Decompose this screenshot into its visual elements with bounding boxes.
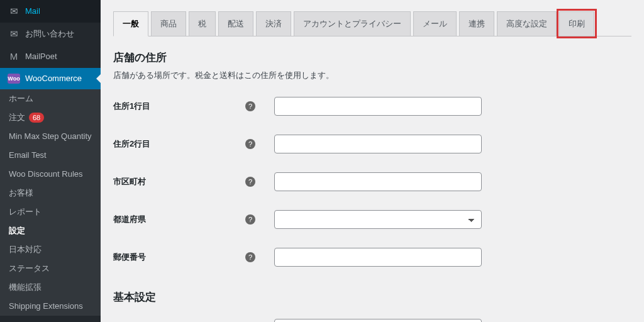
help-icon[interactable]: ?	[245, 139, 255, 149]
section-title-address: 店舗の住所	[113, 50, 631, 65]
form-row: 販売を展開する地域?	[113, 309, 631, 322]
tab-7[interactable]: 連携	[459, 11, 494, 36]
sidebar-item-label: WooCommerce	[25, 73, 82, 84]
sidebar-subitem-label: Shipping Extensions	[9, 301, 83, 311]
tab-1[interactable]: 商品	[151, 11, 186, 36]
sidebar-subitem[interactable]: Shipping Extensions	[0, 297, 101, 316]
field-label: 郵便番号	[113, 238, 239, 276]
sidebar-subitem[interactable]: 注文68	[0, 108, 101, 127]
sidebar-subitem[interactable]: ステータス	[0, 259, 101, 278]
sidebar-subitem[interactable]: 日本対応	[0, 240, 101, 259]
form-row: 郵便番号?	[113, 238, 631, 276]
text-input[interactable]	[274, 97, 482, 116]
menu-icon: ✉	[8, 28, 20, 40]
sidebar-subitem[interactable]: Min Max Step Quantity	[0, 127, 101, 146]
sidebar-item-label: Mail	[25, 6, 40, 17]
tab-6[interactable]: メール	[413, 11, 457, 36]
form-row: 市区町村?	[113, 163, 631, 201]
tab-2[interactable]: 税	[189, 11, 216, 36]
sidebar-item[interactable]: MMailPoet	[0, 45, 101, 68]
tab-5[interactable]: アカウントとプライバシー	[294, 11, 411, 36]
form-row: 住所2行目?	[113, 125, 631, 163]
sidebar-subitem-label: レポート	[9, 207, 42, 216]
sidebar-subitem[interactable]: お客様	[0, 184, 101, 203]
main-content: 一般商品税配送決済アカウントとプライバシーメール連携高度な設定印刷 店舗の住所 …	[101, 0, 644, 322]
sidebar-subitem-label: ステータス	[9, 264, 50, 273]
sidebar-subitem-label: Min Max Step Quantity	[9, 131, 92, 141]
sidebar-subitem-label: Email Test	[9, 150, 47, 160]
tab-9[interactable]: 印刷	[559, 11, 594, 36]
field-label: 市区町村	[113, 163, 239, 201]
sidebar-item-label: MailPoet	[25, 51, 57, 62]
sidebar-subitem[interactable]: 設定	[0, 221, 101, 240]
text-input[interactable]	[274, 172, 482, 191]
form-row: 都道府県?	[113, 201, 631, 238]
sidebar-item[interactable]: ▦商品	[0, 316, 101, 322]
menu-icon: ✉	[8, 5, 20, 18]
sidebar-subitem-label: 日本対応	[9, 245, 42, 254]
sidebar-subitem-label: 機能拡張	[9, 282, 42, 292]
sidebar-item-woocommerce[interactable]: Woo WooCommerce	[0, 68, 101, 89]
admin-sidebar: ✉Mail✉お問い合わせMMailPoet Woo WooCommerce ホー…	[0, 0, 101, 322]
text-input[interactable]	[274, 135, 482, 153]
woocommerce-icon: Woo	[8, 74, 20, 84]
sidebar-subitem-label: ホーム	[9, 94, 33, 103]
sidebar-subitem-label: 設定	[9, 226, 25, 235]
tab-4[interactable]: 決済	[256, 11, 291, 36]
tab-3[interactable]: 配送	[218, 11, 253, 36]
section-desc-address: 店舗がある場所です。税金と送料はこの住所を使用します。	[113, 70, 631, 81]
field-label: 住所2行目	[113, 125, 239, 163]
section-title-basic: 基本設定	[113, 290, 631, 304]
tab-0[interactable]: 一般	[113, 11, 148, 36]
sidebar-subitem[interactable]: Email Test	[0, 146, 101, 165]
sidebar-subitem[interactable]: Woo Discount Rules	[0, 165, 101, 184]
basic-form: 販売を展開する地域?	[113, 309, 631, 322]
sidebar-subitem[interactable]: レポート	[0, 203, 101, 221]
help-icon[interactable]: ?	[245, 252, 255, 262]
sidebar-subitem-label: Woo Discount Rules	[9, 169, 83, 179]
help-icon[interactable]: ?	[245, 214, 255, 225]
field-label: 都道府県	[113, 201, 239, 238]
sidebar-item[interactable]: ✉Mail	[0, 0, 101, 23]
form-row: 住所1行目?	[113, 87, 631, 125]
menu-icon: M	[8, 50, 20, 63]
count-badge: 68	[29, 113, 44, 123]
sidebar-item[interactable]: ✉お問い合わせ	[0, 23, 101, 45]
settings-tabs: 一般商品税配送決済アカウントとプライバシーメール連携高度な設定印刷	[113, 6, 631, 36]
sidebar-subitem-label: 注文	[9, 113, 25, 122]
sidebar-item-label: お問い合わせ	[25, 28, 74, 40]
select-input[interactable]	[274, 210, 482, 229]
address-form: 住所1行目?住所2行目?市区町村?都道府県?郵便番号?	[113, 87, 631, 276]
help-icon[interactable]: ?	[245, 177, 255, 187]
field-label: 販売を展開する地域	[113, 309, 239, 322]
sidebar-subitem[interactable]: ホーム	[0, 89, 101, 108]
help-icon[interactable]: ?	[245, 101, 255, 111]
text-input[interactable]	[274, 248, 482, 267]
tab-8[interactable]: 高度な設定	[497, 11, 557, 36]
select-input[interactable]	[274, 319, 482, 322]
sidebar-subitem-label: お客様	[9, 188, 33, 197]
field-label: 住所1行目	[113, 87, 239, 125]
sidebar-subitem[interactable]: 機能拡張	[0, 278, 101, 297]
